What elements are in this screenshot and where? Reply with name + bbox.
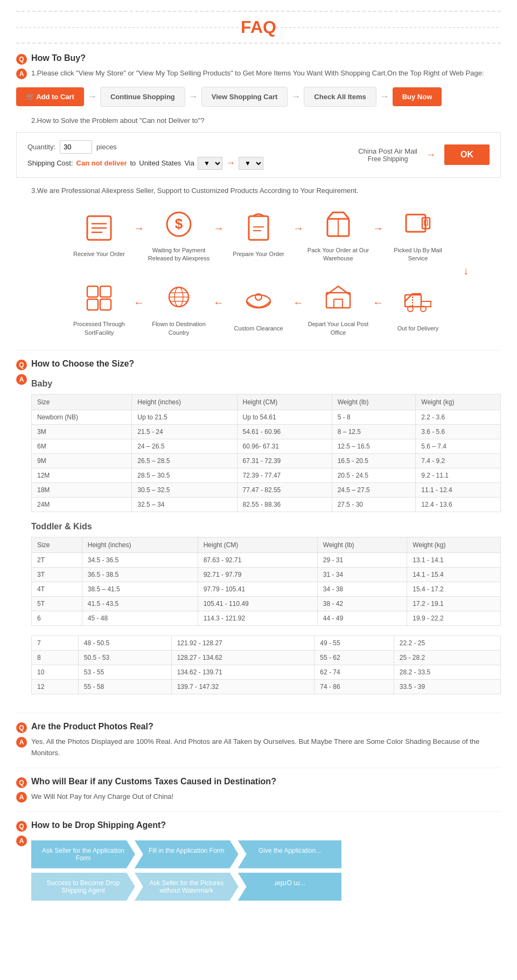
table-row: 6M24 – 26.560.96- 67.3112.5 – 16.55.6 – …: [32, 439, 501, 454]
view-cart-button[interactable]: View Shopping Cart: [201, 87, 288, 107]
svg-rect-29: [87, 299, 98, 310]
via: Via: [184, 159, 194, 167]
table-row: 2T34.5 - 36.587.63 - 92.7129 - 3113.1 - …: [32, 553, 501, 568]
destination: United States: [139, 159, 181, 167]
qty-label: Quantity:: [27, 143, 55, 151]
divider-3: [16, 768, 501, 768]
customs-icon: [240, 284, 277, 321]
cost-label: Shipping Cost:: [27, 159, 73, 167]
a2-label: A: [16, 374, 27, 385]
a1c-text: 3.We are Professional Aliexpress Seller,…: [31, 185, 358, 197]
flow-item-sort: Processed Through SortFacility: [67, 279, 131, 337]
a1-section: A 1.Please click "View My Store" or "Vie…: [16, 68, 501, 79]
ok-button[interactable]: OK: [444, 144, 490, 165]
faq-dots-left: [16, 27, 241, 28]
order-flow: Receive Your Order → $ Waiting for Payme…: [16, 205, 501, 337]
a1-text: 1.Please click "View My Store" or "View …: [31, 68, 484, 79]
drop-flow: Ask Seller for the Application Form Fill…: [31, 840, 341, 905]
a1-label: A: [16, 68, 27, 79]
baby-table: Size Height (inches) Height (CM) Weight …: [31, 394, 501, 512]
shipping-box: Quantity: pieces Shipping Cost: Can not …: [16, 132, 501, 178]
sort-icon: [80, 279, 118, 317]
toddler-table: Size Height (inches) Height (CM) Weight …: [31, 537, 501, 626]
table-row: 1053 - 55134.62 - 139.7162 - 7428.2 - 33…: [32, 665, 501, 680]
svg-rect-19: [334, 299, 343, 308]
flow-label-receive: Receive Your Order: [73, 250, 125, 258]
a4-section: A We Will Not Pay for Any Charge Out of …: [16, 791, 501, 803]
a1b-text: 2.How to Solve the Problem about "Can no…: [31, 115, 204, 127]
toddler-size-section: Size Height (inches) Height (CM) Weight …: [31, 537, 501, 626]
baby-title: Baby: [31, 379, 501, 389]
pickup-icon: [399, 205, 437, 243]
divider-4: [16, 811, 501, 812]
buy-now-button[interactable]: Buy Now: [393, 87, 442, 106]
baby-col-weight-lb: Weight (lb): [332, 395, 416, 410]
flow-item-customs: Custom Clearance: [226, 284, 291, 333]
baby-col-weight-kg: Weight (kg): [416, 395, 501, 410]
drop-step-5: Ask Seller for the Pictures without Wate…: [135, 873, 239, 901]
a1b-section: 2.How to Solve the Problem about "Can no…: [16, 115, 501, 127]
table-row: 1255 - 58139.7 - 147.3274 - 8633.5 - 39: [32, 680, 501, 694]
payment-icon: $: [160, 205, 198, 243]
flow-item-delivery: Out for Delivery: [386, 284, 450, 333]
h-arrow-2: →: [211, 222, 226, 234]
a3-label: A: [16, 737, 27, 748]
divider-1: [16, 350, 501, 350]
shipping-right: China Post Air Mail Free Shipping → OK: [358, 144, 490, 165]
qty-input[interactable]: [60, 140, 92, 154]
qty-pieces: pieces: [96, 143, 117, 151]
prepare-icon: [240, 209, 277, 247]
flow-item-pickup: Picked Up By Mail Service: [386, 205, 450, 263]
table-row: 3M21.5 - 2454.61 - 60.968 – 12.53.6 - 5.…: [32, 425, 501, 439]
receive-icon: [80, 209, 118, 247]
toddler-col-size: Size: [32, 537, 82, 553]
baby-tbody: Newborn (NB)Up to 21.5Up to 54.615 - 82.…: [32, 410, 501, 512]
pack-icon: [319, 205, 357, 243]
continue-shopping-button[interactable]: Continue Shopping: [100, 87, 185, 107]
check-items-button[interactable]: Check All Items: [304, 87, 376, 107]
drop-row-1: Ask Seller for the Application Form Fill…: [31, 840, 341, 868]
table-row: 645 - 48114.3 - 121.9244 - 4919.9 - 22.2: [32, 611, 501, 626]
flow-label-delivery: Out for Delivery: [397, 325, 438, 333]
baby-col-height-in: Height (inches): [132, 395, 237, 410]
flow-label-prepare: Prepare Your Order: [233, 250, 284, 258]
table-row: 12M28.5 – 30.572.39 - 77.4720.5 - 24.59.…: [32, 468, 501, 483]
baby-size-section: Size Height (inches) Height (CM) Weight …: [31, 394, 501, 512]
flown-icon: [160, 279, 198, 317]
toddler-col-weight-kg: Weight (kg): [407, 537, 501, 553]
flow-arrow-2: →: [185, 91, 201, 102]
baby-col-size: Size: [32, 395, 132, 410]
table-row: 5T41.5 - 43.5105.41 - 110.4938 - 4217.2 …: [32, 597, 501, 611]
via-select[interactable]: ▼: [198, 157, 222, 170]
svg-text:$: $: [175, 216, 183, 232]
q3-text: Are the Product Photos Real?: [31, 722, 153, 731]
svg-rect-28: [100, 286, 111, 297]
a5-section: A Ask Seller for the Application Form Fi…: [16, 835, 501, 910]
flow-item-receive: Receive Your Order: [67, 209, 131, 258]
svg-rect-27: [87, 286, 98, 297]
add-to-cart-button[interactable]: 🛒 Add to Cart: [16, 87, 84, 106]
method-select[interactable]: ▼: [239, 157, 263, 170]
toddler-tbody: 2T34.5 - 36.587.63 - 92.7129 - 3113.1 - …: [32, 553, 501, 626]
q5-text: How to be Drop Shipping Agent?: [31, 820, 166, 830]
flow-arrow-3: →: [288, 91, 304, 102]
flow-label-sort: Processed Through SortFacility: [67, 320, 131, 337]
faq-dots-right: [276, 27, 501, 28]
toddler-header-row: Size Height (inches) Height (CM) Weight …: [32, 537, 501, 553]
table-row: 9M26.5 – 28.567.31 - 72.3916.5 - 20.57.4…: [32, 454, 501, 468]
a1c-section: 3.We are Professional Aliexpress Seller,…: [16, 185, 501, 197]
flow-label-flown: Flown to Destination Country: [146, 320, 211, 337]
baby-col-height-cm: Height (CM): [237, 395, 332, 410]
a2-section: A Baby Size Height (inches) Height (CM) …: [16, 374, 501, 704]
service-name: China Post Air Mail: [358, 147, 417, 155]
table-row: 3T36.5 - 38.592.71 - 97.7931 - 3414.1 - …: [32, 568, 501, 582]
q2-text: How to Choose the Size?: [31, 359, 134, 369]
table-row: 18M30.5 – 32.577.47 - 82.5524.5 – 27.511…: [32, 483, 501, 498]
table-row: 850.5 - 53128.27 - 134.6255 - 6225 - 28.…: [32, 651, 501, 665]
flow-label-depart: Depart Your Local Post Office: [306, 320, 371, 337]
faq-title: FAQ: [241, 17, 276, 37]
a3-text: Yes. All the Photos Displayed are 100% R…: [31, 736, 501, 759]
flow-arrow-1: →: [84, 91, 100, 102]
to-text: to: [130, 159, 136, 167]
drop-step-1: Ask Seller for the Application Form: [31, 840, 135, 868]
